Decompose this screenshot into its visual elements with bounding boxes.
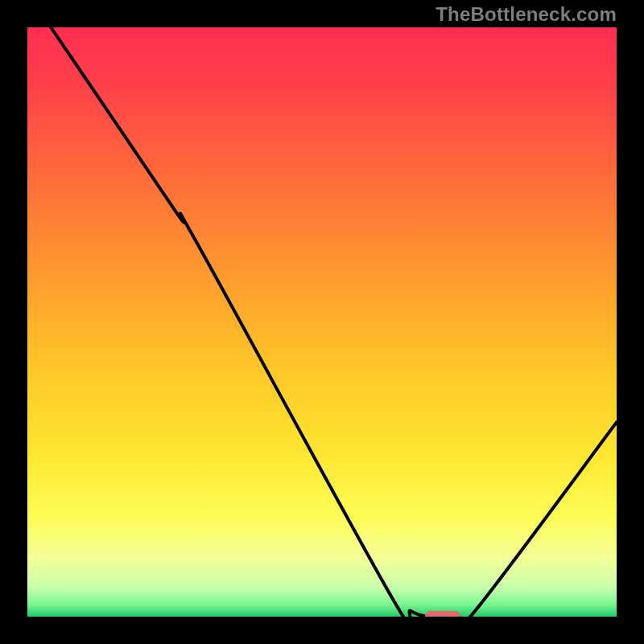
optimal-marker	[425, 611, 460, 617]
watermark-text: TheBottleneck.com	[436, 3, 617, 26]
plot-area	[27, 27, 617, 617]
bottleneck-curve	[51, 27, 617, 617]
curve-layer	[27, 27, 617, 617]
chart-frame: TheBottleneck.com	[0, 0, 644, 644]
